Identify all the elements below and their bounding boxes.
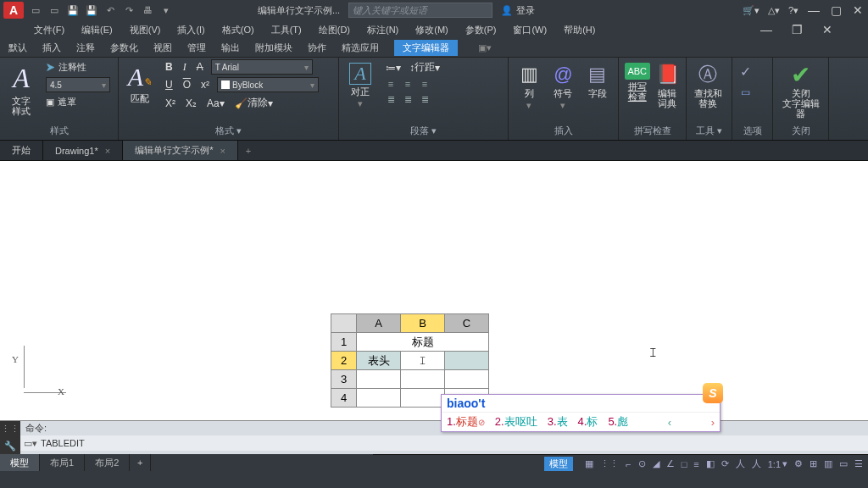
field-button[interactable]: ▤字段 [582,59,613,98]
spellcheck-button[interactable]: ABC拼写 检查 [624,59,651,102]
menu-format[interactable]: 格式(O) [222,24,254,36]
ime-cand-5[interactable]: 5.彪 [608,414,628,430]
save-icon[interactable]: 💾 [66,3,80,17]
table-corner[interactable] [331,314,357,333]
customize-icon[interactable]: ▭ [839,458,848,469]
text-height-combo[interactable]: 4.5▾ [46,77,110,92]
polar-icon[interactable]: ⊙ [638,458,646,469]
menu-modify[interactable]: 修改(M) [415,24,448,36]
menu-dimension[interactable]: 标注(N) [367,24,398,36]
doc-minimize-button[interactable]: — [760,23,773,36]
row-header-1[interactable]: 1 [331,333,357,352]
ime-cand-3[interactable]: 3.表 [548,414,568,430]
doctab-current[interactable]: 编辑单行文字示例*× [123,141,238,160]
dictionary-button[interactable]: 📕编辑 词典 [654,59,682,108]
command-input[interactable]: ▭▾ TABLEDIT [20,435,868,451]
layout-tab-1[interactable]: 布局1 [40,454,85,471]
cmd-icon[interactable]: 🔧 [4,441,16,452]
ime-prev-icon[interactable]: ‹ [668,416,671,429]
menu-draw[interactable]: 绘图(D) [319,24,350,36]
menu-tools[interactable]: 工具(T) [271,24,302,36]
rtab-output[interactable]: 输出 [221,42,240,54]
align-left-button[interactable]: ≡ [383,77,398,91]
close-icon[interactable]: × [220,146,225,156]
rtab-manage[interactable]: 管理 [187,42,206,54]
redo-icon[interactable]: ↷ [122,3,136,17]
layout-tab-2[interactable]: 布局2 [85,454,130,471]
otrack-icon[interactable]: □ [682,459,687,469]
col-header-a[interactable]: A [357,314,401,333]
text-style-button[interactable]: A 文字 样式 [5,59,37,116]
symbol-button[interactable]: @符号▾ [548,59,578,111]
new-icon[interactable]: ▭ [29,3,42,17]
match-button[interactable]: A✎ 匹配 [124,59,156,103]
rtab-texteditor[interactable]: 文字编辑器 [394,40,458,56]
ime-cand-1[interactable]: 1.标题⊘ [447,414,485,430]
underline-button[interactable]: U [163,78,175,92]
annovis-icon[interactable]: 人 [752,458,761,470]
align-justify-button[interactable]: ≣ [383,92,398,106]
row-header-3[interactable]: 3 [331,370,357,389]
doc-close-button[interactable]: ✕ [821,23,834,36]
doctab-drawing1[interactable]: Drawing1*× [43,141,123,160]
plus-icon[interactable]: ⊞ [810,458,817,469]
layout-tab-add[interactable]: + [130,454,151,471]
super-button[interactable]: X² [163,97,178,110]
sub-button[interactable]: X₂ [183,97,199,110]
ime-cand-2[interactable]: 2.表呕吐 [495,414,537,430]
title-cell[interactable]: 标题 [357,333,489,352]
menu-edit[interactable]: 编辑(E) [81,24,113,36]
case-button[interactable]: Aa▾ [204,97,227,110]
menu-insert[interactable]: 插入(I) [177,24,204,36]
cmd-handle-icon[interactable]: ⋮⋮ [1,424,19,435]
subscript-button[interactable]: x² [198,78,212,92]
align-right-button[interactable]: ≡ [417,77,432,91]
cycle-icon[interactable]: ⟳ [721,458,729,469]
rtab-parametric[interactable]: 参数化 [110,42,138,54]
chevron-down-icon[interactable]: ▾ [159,3,173,17]
doc-restore-button[interactable]: ❐ [790,23,804,36]
close-button[interactable]: ✕ [851,3,865,17]
linespace-button[interactable]: ↕ 行距 ▾ [407,59,442,75]
lweight-icon[interactable]: ≡ [693,459,698,469]
rtab-view[interactable]: 视图 [153,42,172,54]
share-icon[interactable]: △▾ [768,5,780,16]
cell-a2[interactable]: 表头 [357,352,401,370]
cell-c2[interactable] [445,352,489,370]
cell-b4[interactable] [401,389,445,408]
search-input[interactable]: 键入关键字或短语 [348,3,492,18]
ime-next-icon[interactable]: › [711,416,715,429]
rtab-insert[interactable]: 插入 [42,42,61,54]
undo-icon[interactable]: ↶ [103,3,117,17]
minimize-button[interactable]: — [807,3,821,17]
menu-window[interactable]: 窗口(W) [513,24,547,36]
login-button[interactable]: 👤 登录 [501,4,535,17]
align-full-button[interactable]: ≣ [417,92,432,106]
close-icon[interactable]: × [105,146,110,156]
clear-button[interactable]: 🧹 清除 ▾ [232,95,275,111]
drawing-canvas[interactable]: Y X A B C 1 标题 2 表头 𝙸 3 4 𝙸 S [0,161,868,420]
align-center-button[interactable]: ≡ [400,77,415,91]
saveas-icon[interactable]: 💾 [85,3,98,17]
rtab-featured[interactable]: 精选应用 [342,42,379,54]
scale-label[interactable]: 1:1▾ [768,458,787,469]
col-header-b[interactable]: B [401,314,445,333]
mask-toggle[interactable]: ▣遮罩 [46,96,110,108]
rtab-default[interactable]: 默认 [8,42,27,54]
status-model[interactable]: 模型 [544,457,573,471]
doctab-start[interactable]: 开始 [0,141,43,160]
layout-tab-model[interactable]: 模型 [0,454,40,471]
find-replace-button[interactable]: Ⓐ查找和 替换 [692,59,724,108]
cell-a4[interactable] [357,389,401,408]
cart-icon[interactable]: 🛒▾ [743,5,760,16]
strike-button[interactable]: A [194,60,206,74]
more-button[interactable]: ✓ [737,63,754,80]
menu-view[interactable]: 视图(V) [130,24,161,36]
cell-a3[interactable] [357,370,401,389]
justify-button[interactable]: A 对正 ▾ [344,59,376,109]
bullet-list-button[interactable]: ≔▾ [383,61,403,75]
menu-file[interactable]: 文件(F) [34,24,64,36]
cell-b3[interactable] [401,370,445,389]
rtab-addins[interactable]: 附加模块 [255,42,292,54]
doctab-add-button[interactable]: + [238,141,259,160]
